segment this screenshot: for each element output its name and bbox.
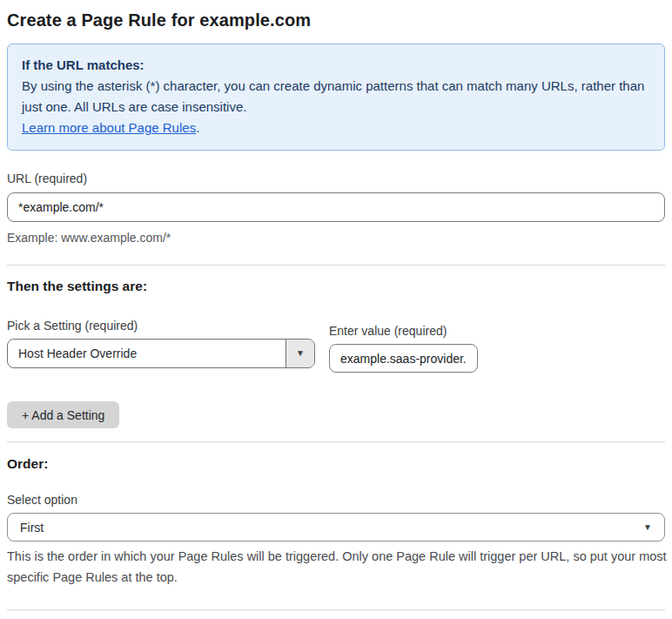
divider — [7, 265, 665, 266]
setting-select[interactable]: Host Header Override ▼ — [7, 339, 315, 368]
info-box-heading: If the URL matches: — [22, 55, 650, 76]
add-setting-button[interactable]: + Add a Setting — [7, 401, 119, 428]
url-field-label: URL (required) — [7, 172, 665, 185]
settings-row: Pick a Setting (required) Host Header Ov… — [7, 319, 665, 373]
setting-picker-column: Pick a Setting (required) Host Header Ov… — [7, 319, 315, 368]
setting-select-value: Host Header Override — [8, 340, 286, 367]
order-section-heading: Order: — [7, 456, 665, 472]
setting-value-input[interactable] — [329, 344, 478, 373]
order-select[interactable]: First ▼ — [7, 513, 665, 542]
order-select-label: Select option — [7, 493, 665, 507]
learn-more-link[interactable]: Learn more about Page Rules — [22, 120, 196, 135]
info-box-body: By using the asterisk (*) character, you… — [22, 76, 650, 118]
url-match-info-box: If the URL matches: By using the asteris… — [7, 44, 665, 151]
page-title: Create a Page Rule for example.com — [7, 10, 665, 30]
setting-select-arrow-button[interactable]: ▼ — [286, 340, 314, 367]
order-hint: This is the order in which your Page Rul… — [7, 546, 667, 588]
settings-section-heading: Then the settings are: — [7, 279, 665, 294]
divider — [7, 441, 665, 442]
divider — [7, 609, 665, 610]
page-rule-form: Create a Page Rule for example.com If th… — [0, 10, 672, 619]
link-suffix: . — [196, 120, 199, 135]
order-select-value: First — [20, 521, 44, 535]
setting-value-column: Enter value (required) — [329, 324, 478, 373]
setting-value-label: Enter value (required) — [329, 324, 478, 338]
setting-picker-label: Pick a Setting (required) — [7, 319, 315, 333]
url-input[interactable] — [7, 192, 665, 222]
url-example-hint: Example: www.example.com/* — [7, 228, 665, 248]
chevron-down-icon: ▼ — [296, 349, 305, 358]
info-box-link-line: Learn more about Page Rules. — [22, 118, 650, 138]
chevron-down-icon: ▼ — [643, 523, 652, 532]
